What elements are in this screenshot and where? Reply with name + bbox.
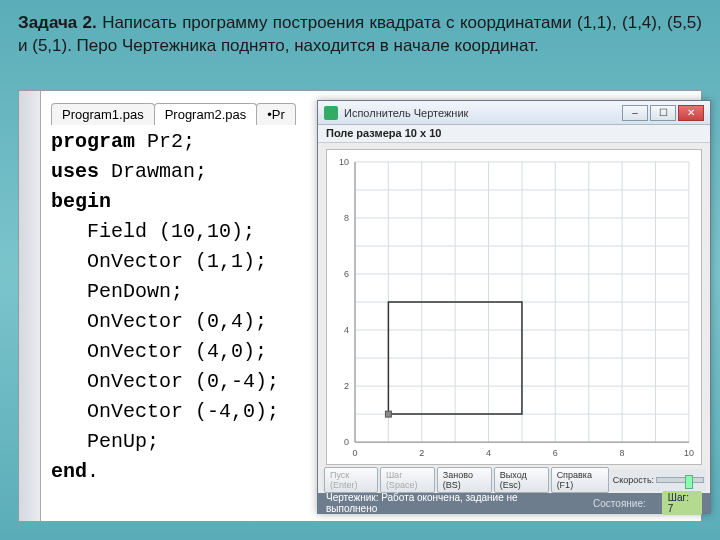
drawing-grid: 1086420 0246810 — [327, 150, 701, 464]
status-main: Чертежник: Работа окончена, задание не в… — [326, 492, 561, 514]
drawman-toolbar: Пуск (Enter) Шаг (Space) Заново (BS) Вых… — [322, 469, 706, 491]
tab-program2[interactable]: Program2.pas — [154, 103, 258, 125]
code-line: OnVector (4,0); — [51, 340, 267, 363]
svg-text:10: 10 — [684, 448, 694, 458]
svg-text:2: 2 — [344, 381, 349, 391]
drawman-titlebar[interactable]: Исполнитель Чертежник – ☐ ✕ — [318, 101, 710, 125]
help-button[interactable]: Справка (F1) — [551, 467, 609, 493]
editor-gutter — [19, 91, 41, 521]
svg-text:8: 8 — [620, 448, 625, 458]
code-line: OnVector (0,4); — [51, 310, 267, 333]
code-line: OnVector (1,1); — [51, 250, 267, 273]
maximize-button[interactable]: ☐ — [650, 105, 676, 121]
tab-program1[interactable]: Program1.pas — [51, 103, 155, 125]
code-text: . — [87, 460, 99, 483]
editor-tabs: Program1.pas Program2.pas •Pr — [51, 103, 295, 125]
code-editor[interactable]: program Pr2; uses Drawman; begin Field (… — [51, 127, 279, 487]
svg-text:6: 6 — [553, 448, 558, 458]
task-label: Задача 2. — [18, 13, 97, 32]
code-line: OnVector (0,-4); — [51, 370, 279, 393]
speed-label: Скорость: — [613, 475, 654, 485]
start-button[interactable]: Пуск (Enter) — [324, 467, 378, 493]
kw-begin: begin — [51, 190, 111, 213]
code-text: Drawman; — [99, 160, 207, 183]
close-button[interactable]: ✕ — [678, 105, 704, 121]
code-line: Field (10,10); — [51, 220, 255, 243]
drawman-canvas: 1086420 0246810 — [326, 149, 702, 465]
drawman-subtitle: Поле размера 10 x 10 — [318, 125, 710, 143]
step-button[interactable]: Шаг (Space) — [380, 467, 435, 493]
exit-button[interactable]: Выход (Esc) — [494, 467, 549, 493]
svg-text:4: 4 — [344, 325, 349, 335]
drawman-app-icon — [324, 106, 338, 120]
status-step: Шаг: 7 — [662, 491, 702, 515]
svg-text:0: 0 — [353, 448, 358, 458]
drawman-window: Исполнитель Чертежник – ☐ ✕ Поле размера… — [317, 100, 711, 514]
kw-end: end — [51, 460, 87, 483]
kw-program: program — [51, 130, 135, 153]
svg-text:0: 0 — [344, 437, 349, 447]
svg-text:8: 8 — [344, 213, 349, 223]
code-line: OnVector (-4,0); — [51, 400, 279, 423]
svg-rect-36 — [385, 411, 391, 417]
speed-slider[interactable] — [656, 477, 704, 483]
svg-text:6: 6 — [344, 269, 349, 279]
tab-pr[interactable]: •Pr — [256, 103, 296, 125]
svg-text:4: 4 — [486, 448, 491, 458]
task-body: Написать программу построения квадрата с… — [18, 13, 702, 55]
window-buttons: – ☐ ✕ — [622, 105, 704, 121]
svg-text:10: 10 — [339, 157, 349, 167]
kw-uses: uses — [51, 160, 99, 183]
status-state-label: Состояние: — [593, 498, 646, 509]
drawman-title: Исполнитель Чертежник — [344, 107, 622, 119]
code-line: PenDown; — [51, 280, 183, 303]
restart-button[interactable]: Заново (BS) — [437, 467, 492, 493]
drawman-statusbar: Чертежник: Работа окончена, задание не в… — [318, 493, 710, 513]
task-description: Задача 2. Написать программу построения … — [0, 0, 720, 64]
svg-text:2: 2 — [419, 448, 424, 458]
code-text: Pr2; — [135, 130, 195, 153]
minimize-button[interactable]: – — [622, 105, 648, 121]
code-line: PenUp; — [51, 430, 159, 453]
